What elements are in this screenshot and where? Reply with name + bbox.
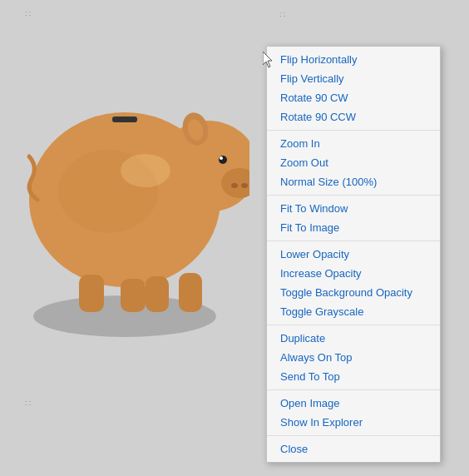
menu-item-fit-to-window[interactable]: Fit To Window: [267, 199, 440, 218]
menu-group-transform: Flip Horizontally Flip Vertically Rotate…: [267, 47, 440, 131]
menu-group-file: Open Image Show In Explorer: [267, 390, 440, 436]
menu-group-zoom: Zoom In Zoom Out Normal Size (100%): [267, 131, 440, 196]
svg-rect-14: [179, 273, 202, 312]
menu-item-send-to-top[interactable]: Send To Top: [267, 367, 440, 386]
menu-item-increase-opacity[interactable]: Increase Opacity: [267, 264, 440, 283]
menu-item-always-on-top[interactable]: Always On Top: [267, 348, 440, 367]
svg-rect-11: [79, 275, 104, 312]
menu-item-zoom-in[interactable]: Zoom In: [267, 134, 440, 153]
menu-group-app: Close: [267, 436, 440, 462]
menu-item-toggle-background-opacity[interactable]: Toggle Background Opacity: [267, 283, 440, 302]
menu-item-fit-to-image[interactable]: Fit To Image: [267, 218, 440, 237]
menu-group-window: Duplicate Always On Top Send To Top: [267, 325, 440, 390]
corner-tl-decoration: ∷: [25, 10, 32, 19]
svg-rect-13: [146, 276, 169, 312]
svg-point-7: [220, 156, 223, 160]
menu-item-flip-horizontally[interactable]: Flip Horizontally: [267, 50, 440, 69]
menu-item-rotate-90-cw[interactable]: Rotate 90 CW: [267, 88, 440, 107]
menu-item-close[interactable]: Close: [267, 439, 440, 459]
svg-point-5: [241, 183, 248, 188]
context-menu: Flip Horizontally Flip Vertically Rotate…: [266, 46, 441, 463]
svg-point-16: [121, 154, 170, 187]
svg-point-6: [219, 156, 227, 164]
piggy-bank-image: [17, 25, 266, 424]
menu-item-zoom-out[interactable]: Zoom Out: [267, 153, 440, 172]
menu-group-fit: Fit To Window Fit To Image: [267, 196, 440, 241]
menu-item-toggle-grayscale[interactable]: Toggle Grayscale: [267, 302, 440, 321]
menu-item-duplicate[interactable]: Duplicate: [267, 329, 440, 348]
menu-item-rotate-90-ccw[interactable]: Rotate 90 CCW: [267, 107, 440, 126]
svg-rect-12: [121, 279, 146, 312]
menu-item-open-image[interactable]: Open Image: [267, 394, 440, 413]
corner-tr-decoration: ∷: [279, 10, 286, 21]
svg-point-4: [231, 183, 238, 188]
menu-group-opacity: Lower Opacity Increase Opacity Toggle Ba…: [267, 241, 440, 325]
svg-rect-10: [112, 117, 137, 122]
menu-item-normal-size[interactable]: Normal Size (100%): [267, 172, 440, 191]
menu-item-show-in-explorer[interactable]: Show In Explorer: [267, 413, 440, 432]
menu-item-flip-vertically[interactable]: Flip Vertically: [267, 69, 440, 88]
menu-item-lower-opacity[interactable]: Lower Opacity: [267, 245, 440, 264]
